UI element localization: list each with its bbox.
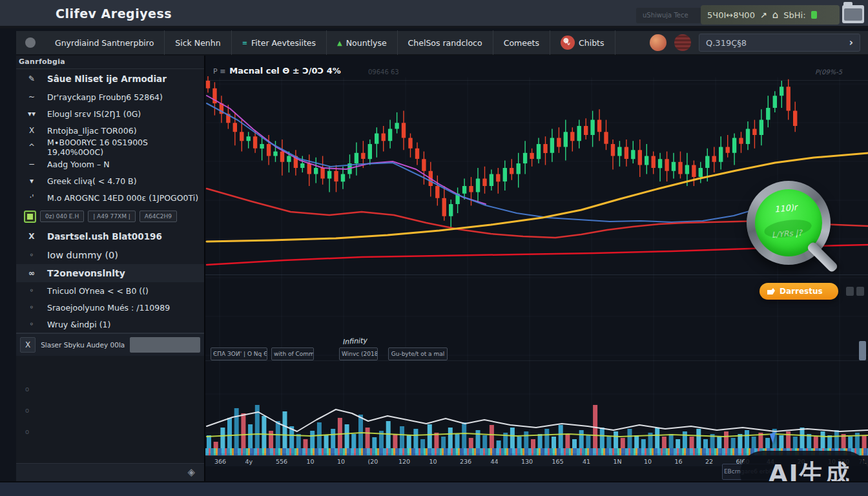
sidebar-item-label: Elougl srεv IS(2Ŋ1 (0G) [47, 109, 141, 119]
panel-icon[interactable]: X [20, 337, 36, 353]
search-input[interactable]: Q.319Ç§8 › [699, 34, 860, 52]
chart-toolbar-button-3[interactable]: Winvc (2018 [339, 347, 378, 360]
sidebar-item-label: T2onevonslnlty [47, 268, 125, 278]
x-axis-label: 556 [276, 458, 287, 465]
eye-icon[interactable]: ◈ [187, 466, 195, 478]
watchlist-input[interactable] [130, 337, 200, 353]
sidebar-item-label: M.o AROGNC 14ED 000ε (1JPOGO0Ti) [47, 193, 198, 203]
indicator-chip-row: 0z) 040 E.H| A49 77XM |A64C2H9 [24, 209, 204, 224]
sidebar-item-label: Greek clivą( < 4.70 B) [47, 176, 137, 186]
chart-toolbar-button-4[interactable]: Gu-byte/t ot a mal [388, 347, 448, 360]
chevron-right-icon[interactable]: › [849, 37, 853, 48]
lens-text-2: L/YRs |? [772, 228, 803, 239]
corner-label: P(09%-5 [815, 68, 842, 76]
sidebar-item[interactable]: ◦Sraoejoolyuno Mués : /110989 [16, 299, 204, 316]
pane-divider-2 [205, 360, 868, 361]
nav-circle-icon[interactable] [25, 37, 36, 48]
ticker-value: 5Ч0I↔8Ч00 [707, 10, 755, 20]
minus-icon: − [25, 160, 38, 169]
sidebar-item[interactable]: ◦Tnicuol OYnea < < B0 (() [16, 282, 204, 299]
candlestick-chart-svg [205, 56, 868, 481]
x-icon: X [25, 126, 38, 135]
promo-button-label: Darrestus [780, 287, 823, 296]
sidebar-header: Ganrfobgia [16, 56, 204, 68]
circle-icon: ◦ [25, 286, 38, 295]
x-icon: X [25, 232, 38, 241]
chart-toolbar-button-2[interactable]: with of Command [271, 347, 314, 360]
x-axis-label: 10 [337, 458, 345, 465]
nav-tab-3[interactable]: ≡Fiter Aevtesiites [232, 30, 327, 55]
sidebar-item[interactable]: −Aadg Yoıom – N [16, 156, 204, 172]
caret-icon: ^ [25, 143, 38, 152]
tab-icon: ▲ [337, 39, 342, 46]
titlebar-ticker[interactable]: 5Ч0I↔8Ч00 ↗ ⌂ SbHi: [701, 5, 840, 25]
x-axis-label: 366 [214, 458, 226, 465]
home-icon[interactable]: ⌂ [772, 9, 779, 21]
sidebar-item[interactable]: ▾Greek clivą( < 4.70 B) [16, 172, 204, 189]
indicator-chip[interactable]: 0z) 040 E.H [40, 211, 84, 222]
infinity-icon: ∞ [25, 269, 38, 278]
sidebar-item[interactable]: ◦Wruy &indpi (1) [16, 316, 204, 333]
sidebar-item[interactable]: ◦Iow dummy (0) [16, 246, 204, 264]
nav-tab-7[interactable]: ∿Chibts [550, 30, 615, 55]
nav-tab-6[interactable]: Comeets [493, 30, 550, 55]
legend-prefix-icon: P ≡ [213, 67, 225, 76]
home-label: SbHi: [783, 10, 805, 20]
app-title: Clifev Aregiyess [56, 6, 172, 21]
sidebar-item-label: Wruy &indpi (1) [47, 320, 110, 329]
x-axis-label: 130 [521, 458, 533, 465]
pen-icon: ✎ [25, 74, 38, 83]
x-axis-label: 1N [614, 458, 622, 465]
x-axis-label: 10 [644, 458, 652, 465]
watchlist-title: Slaser Sbyku Audey 00la [41, 341, 125, 349]
pane-divider [205, 274, 868, 275]
sidebar-item-label: Iow dummy (0) [47, 250, 118, 260]
scrollbar-thumb[interactable] [859, 341, 866, 360]
indicator-chip[interactable]: | A49 77XM | [88, 211, 136, 222]
sidebar-item[interactable]: ^M∙B0O0RYC 16 0S1900S 19,40%0O0C) [16, 139, 204, 156]
x-axis-label: 4y [245, 458, 253, 465]
nav-tab-2[interactable]: Sick Nenhn [165, 30, 231, 55]
nav-tab-label: Comeets [504, 38, 539, 48]
chart-area[interactable]: P ≡Macnal cel Θ ± Ɔ/0Ɔ 4% 09646 63 P(09%… [205, 56, 868, 481]
folder-icon[interactable] [842, 5, 864, 23]
x-axis-label: 236 [460, 458, 471, 465]
nav-tab-label: Sick Nenhn [175, 38, 220, 48]
mini-icon-2[interactable] [856, 287, 864, 296]
x-axis-label: 41 [583, 458, 590, 465]
sidebar-item[interactable]: ~Dr'rayckaŋp Froubŋ6 52864) [16, 88, 204, 105]
chart-toolbar-button-1[interactable]: ЄПА ЗОИ' | O Nq Ө [211, 347, 267, 360]
promo-button[interactable]: Darrestus [760, 283, 838, 300]
nav-tab-1[interactable]: Gnyrdiaind Santnerpbiro [45, 30, 165, 55]
sidebar-item[interactable]: ·'M.o AROGNC 14ED 000ε (1JPOGO0Ti) [16, 189, 204, 206]
double-triangle-icon: ▾▾ [25, 109, 38, 118]
x-axis-label: 10 [307, 458, 315, 465]
watchlist-panel: X Slaser Sbyku Audey 00la ooo ◈ [16, 333, 204, 481]
indicator-chip[interactable]: A64C2H9 [140, 211, 177, 222]
status-green-icon [811, 11, 817, 19]
sidebar-item-label: Sraoejoolyuno Mués : /110989 [47, 303, 170, 313]
wave-icon: ~ [25, 92, 38, 101]
avatar-orange[interactable] [650, 34, 666, 51]
tag-icon [767, 288, 775, 294]
brand-logo-icon: ∿ [561, 36, 575, 50]
mini-icon-1[interactable] [846, 287, 854, 296]
x-axis-label: 22 [705, 458, 713, 465]
nav-tab-4[interactable]: ▲Nountlyse [327, 30, 398, 55]
chart-legend: P ≡Macnal cel Θ ± Ɔ/0Ɔ 4% [213, 66, 341, 76]
sidebar-item[interactable]: ✎Sâue Nliset ije Armodiar [16, 69, 204, 88]
sidebar-item[interactable]: XDasrtsel.ush Blat00196 [16, 227, 204, 246]
search-value: Q.319Ç§8 [706, 38, 747, 48]
avatar-red[interactable] [674, 34, 691, 51]
sidebar-item[interactable]: XRntojba_Iljac TOR006) [16, 122, 204, 139]
checkbox-green[interactable] [24, 211, 36, 223]
nav-tab-5[interactable]: ChelSos randcloco [398, 30, 493, 55]
dot-icon: ·' [25, 193, 38, 202]
circle-icon: ◦ [25, 251, 38, 260]
lens-text-1: 110)r [774, 202, 798, 214]
sidebar-item[interactable]: ∞T2onevonslnlty [16, 264, 204, 282]
nav-bar: Gnyrdiaind SantnerpbiroSick Nenhn≡Fiter … [16, 31, 868, 56]
x-axis-label: 16 [675, 458, 683, 465]
empty-list-markers: ooo [25, 386, 29, 435]
sidebar-item[interactable]: ▾▾Elougl srεv IS(2Ŋ1 (0G) [16, 105, 204, 122]
